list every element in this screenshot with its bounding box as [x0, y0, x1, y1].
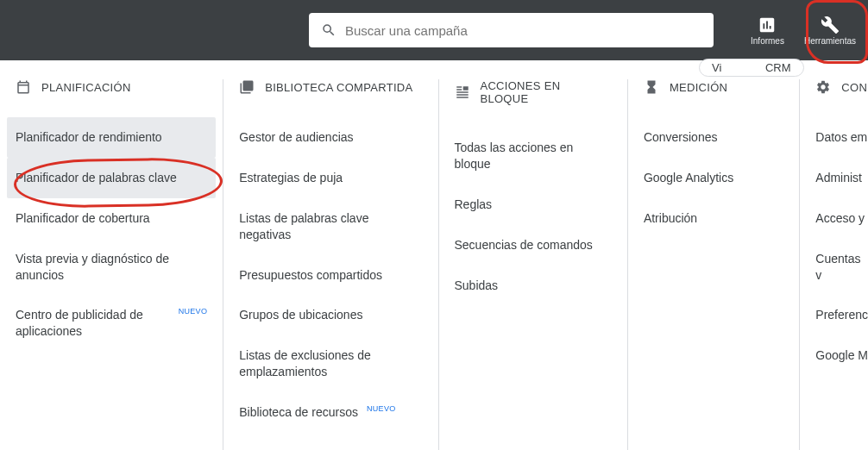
- item-grupos-ubicaciones[interactable]: Grupos de ubicaciones: [230, 295, 431, 335]
- hourglass-icon: [644, 79, 659, 95]
- bar-chart-icon: [758, 16, 777, 34]
- wrench-icon: [821, 16, 840, 34]
- col-acciones: ACCIONES EN BLOQUE Todas las acciones en…: [439, 79, 628, 450]
- item-reglas[interactable]: Reglas: [446, 184, 620, 225]
- herramientas-button[interactable]: Herramientas: [804, 16, 856, 46]
- item-estrategias-puja[interactable]: Estrategias de puja: [230, 158, 431, 198]
- item-atribucion[interactable]: Atribución: [635, 198, 792, 239]
- col-configuracion: CON Datos em Administ Acceso y Cuentas v…: [800, 79, 868, 450]
- item-biblioteca-recursos[interactable]: Biblioteca de recursosNUEVO: [230, 392, 431, 433]
- item-presupuestos-compartidos[interactable]: Presupuestos compartidos: [230, 255, 431, 296]
- item-conversiones[interactable]: Conversiones: [635, 117, 792, 158]
- item-secuencias-comandos[interactable]: Secuencias de comandos: [446, 225, 620, 266]
- search-input[interactable]: [345, 23, 701, 38]
- badge-new: NUEVO: [179, 306, 208, 316]
- item-acceso[interactable]: Acceso y: [807, 198, 868, 239]
- col-biblioteca: BIBLIOTECA COMPARTIDA Gestor de audienci…: [223, 79, 438, 450]
- col-header-medicion: MEDICIÓN: [644, 79, 783, 95]
- item-subidas[interactable]: Subidas: [446, 266, 620, 306]
- informes-label: Informes: [751, 36, 784, 46]
- item-vista-previa-diagnostico[interactable]: Vista previa y diagnóstico de anuncios: [7, 239, 216, 296]
- tools-menu: PLANIFICACIÓN Planificador de rendimient…: [0, 60, 868, 450]
- pill-crm-cutoff: Vi CRM: [699, 59, 804, 77]
- badge-new: NUEVO: [367, 403, 396, 414]
- item-preferencias[interactable]: Preferenc: [807, 295, 868, 335]
- col-header-acciones: ACCIONES EN BLOQUE: [455, 79, 612, 105]
- item-planificador-palabras-clave[interactable]: Planificador de palabras clave: [7, 158, 216, 198]
- item-todas-acciones[interactable]: Todas las acciones en bloque: [446, 128, 620, 184]
- item-cuentas[interactable]: Cuentas v: [807, 239, 868, 296]
- calendar-icon: [16, 79, 31, 95]
- col-title: BIBLIOTECA COMPARTIDA: [265, 81, 412, 94]
- col-medicion: MEDICIÓN Conversiones Google Analytics A…: [628, 79, 800, 450]
- item-planificador-cobertura[interactable]: Planificador de cobertura: [7, 198, 216, 239]
- col-title: ACCIONES EN BLOQUE: [480, 79, 611, 105]
- col-header-planificacion: PLANIFICACIÓN: [16, 79, 207, 95]
- item-listas-palabras-negativas[interactable]: Listas de palabras clave negativas: [230, 198, 431, 255]
- col-title: PLANIFICACIÓN: [41, 81, 131, 94]
- col-title: CON: [841, 81, 867, 94]
- library-icon: [239, 79, 255, 95]
- layers-icon: [455, 84, 470, 100]
- item-listas-exclusiones[interactable]: Listas de exclusiones de emplazamientos: [230, 335, 431, 392]
- item-planificador-rendimiento[interactable]: Planificador de rendimiento: [7, 117, 216, 158]
- col-planificacion: PLANIFICACIÓN Planificador de rendimient…: [0, 79, 223, 450]
- search-icon: [321, 22, 337, 38]
- col-header-configuracion: CON: [815, 79, 868, 95]
- informes-button[interactable]: Informes: [743, 16, 792, 46]
- top-bar: Informes Herramientas: [0, 0, 868, 60]
- item-administrador[interactable]: Administ: [807, 158, 868, 198]
- gear-icon: [815, 79, 831, 95]
- item-google-m[interactable]: Google M: [807, 335, 868, 376]
- item-google-analytics[interactable]: Google Analytics: [635, 158, 792, 198]
- item-datos-empresa[interactable]: Datos em: [807, 117, 868, 158]
- col-header-biblioteca: BIBLIOTECA COMPARTIDA: [239, 79, 422, 95]
- search-box[interactable]: [309, 13, 714, 47]
- col-title: MEDICIÓN: [670, 81, 727, 94]
- item-centro-publicidad-apps[interactable]: Centro de publicidad de aplicacionesNUEV…: [7, 295, 216, 352]
- item-gestor-audiencias[interactable]: Gestor de audiencias: [230, 117, 431, 158]
- herramientas-label: Herramientas: [804, 36, 856, 46]
